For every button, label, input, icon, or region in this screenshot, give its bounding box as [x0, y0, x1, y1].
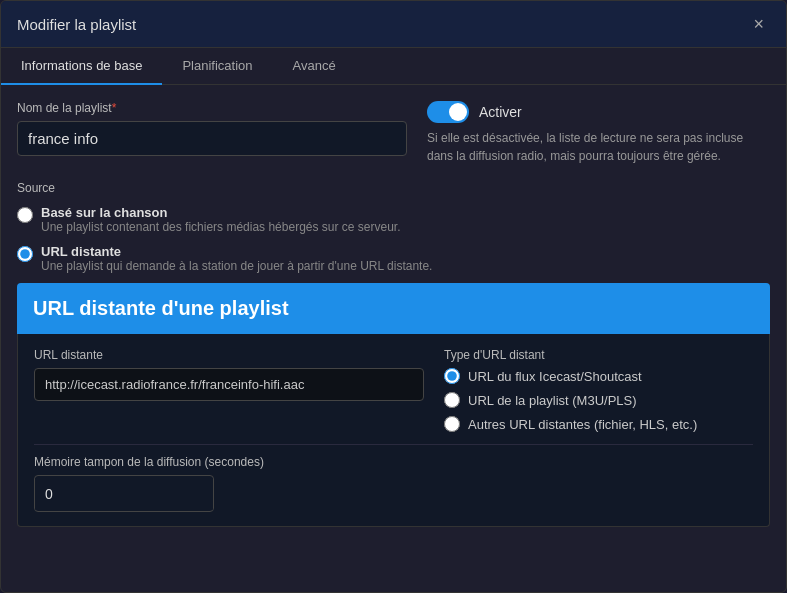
source-option-song: Basé sur la chanson Une playlist contena…: [17, 205, 770, 234]
url-type-radio-icecast[interactable]: [444, 368, 460, 384]
playlist-name-field: Nom de la playlist*: [17, 101, 407, 165]
modal-header: Modifier la playlist ×: [1, 1, 786, 48]
tab-planning[interactable]: Planification: [162, 48, 272, 85]
buffer-input[interactable]: [35, 478, 214, 510]
url-type-radio-group: URL du flux Icecast/Shoutcast URL de la …: [444, 368, 753, 432]
url-type-radio-m3u[interactable]: [444, 392, 460, 408]
playlist-name-label: Nom de la playlist*: [17, 101, 407, 115]
source-remote-desc: Une playlist qui demande à la station de…: [41, 259, 432, 273]
activate-toggle[interactable]: [427, 101, 469, 123]
toggle-row: Activer: [427, 101, 770, 123]
url-two-col: URL distante Type d'URL distant URL du f…: [34, 348, 753, 440]
buffer-section: Mémoire tampon de la diffusion (secondes…: [34, 444, 753, 512]
url-section: URL distante d'une playlist URL distante…: [17, 283, 770, 527]
source-option-remote: URL distante Une playlist qui demande à …: [17, 244, 770, 273]
url-type-icecast: URL du flux Icecast/Shoutcast: [444, 368, 753, 384]
divider: [34, 444, 753, 445]
buffer-spinner: ▲ ▼: [34, 475, 214, 512]
url-type-col: Type d'URL distant URL du flux Icecast/S…: [444, 348, 753, 440]
tab-bar: Informations de base Planification Avanc…: [1, 48, 786, 85]
tab-basic[interactable]: Informations de base: [1, 48, 162, 85]
activate-label: Activer: [479, 104, 522, 120]
url-type-m3u: URL de la playlist (M3U/PLS): [444, 392, 753, 408]
modal-title: Modifier la playlist: [17, 16, 136, 33]
url-section-header: URL distante d'une playlist: [17, 283, 770, 334]
activate-description: Si elle est désactivée, la liste de lect…: [427, 129, 770, 165]
tab-content: Nom de la playlist* Activer Si elle est …: [1, 85, 786, 559]
url-type-label: Type d'URL distant: [444, 348, 753, 362]
source-section-label: Source: [17, 181, 770, 195]
activate-field: Activer Si elle est désactivée, la liste…: [427, 101, 770, 165]
source-radio-group: Basé sur la chanson Une playlist contena…: [17, 205, 770, 273]
source-radio-song[interactable]: [17, 207, 33, 223]
toggle-slider: [427, 101, 469, 123]
url-type-radio-other[interactable]: [444, 416, 460, 432]
url-section-body: URL distante Type d'URL distant URL du f…: [17, 334, 770, 527]
url-type-icecast-label: URL du flux Icecast/Shoutcast: [468, 369, 642, 384]
source-remote-title: URL distante: [41, 244, 432, 259]
tab-advanced[interactable]: Avancé: [273, 48, 356, 85]
source-song-title: Basé sur la chanson: [41, 205, 401, 220]
name-activate-row: Nom de la playlist* Activer Si elle est …: [17, 101, 770, 165]
remote-url-label: URL distante: [34, 348, 424, 362]
buffer-label: Mémoire tampon de la diffusion (secondes…: [34, 455, 753, 469]
url-type-other-label: Autres URL distantes (fichier, HLS, etc.…: [468, 417, 697, 432]
url-section-title: URL distante d'une playlist: [33, 297, 289, 319]
source-song-desc: Une playlist contenant des fichiers médi…: [41, 220, 401, 234]
playlist-name-input[interactable]: [17, 121, 407, 156]
modal-container: Modifier la playlist × Informations de b…: [0, 0, 787, 593]
url-type-other: Autres URL distantes (fichier, HLS, etc.…: [444, 416, 753, 432]
url-type-m3u-label: URL de la playlist (M3U/PLS): [468, 393, 637, 408]
close-button[interactable]: ×: [747, 13, 770, 35]
remote-url-input[interactable]: [34, 368, 424, 401]
source-radio-remote[interactable]: [17, 246, 33, 262]
remote-url-col: URL distante: [34, 348, 424, 440]
